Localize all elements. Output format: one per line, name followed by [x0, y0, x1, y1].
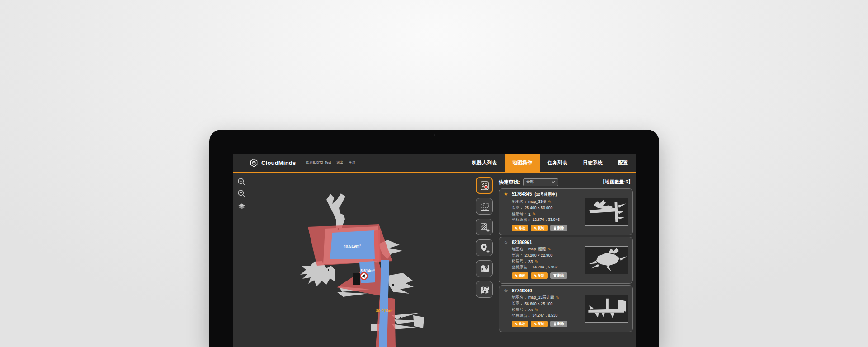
chevron-down-icon — [552, 181, 555, 183]
lidar-map: 40.519m² 8.614m² 80.215m² — [233, 174, 498, 347]
map-marker-icon — [479, 263, 490, 274]
map-name-value: map_33楼 — [528, 199, 546, 205]
quick-find-bar: 快速查找: 全部 【地图数量:3】 — [499, 178, 633, 187]
cloudminds-logo-icon — [250, 159, 258, 167]
map-blob — [392, 324, 416, 329]
fullscreen-link[interactable]: 全屏 — [349, 160, 355, 165]
map-zoom-controls — [237, 177, 246, 211]
field-label: 地图名： — [512, 295, 527, 300]
floor-value: 33 — [528, 259, 533, 264]
floor-value: 33 — [528, 308, 533, 312]
map-id: 87749840 — [512, 288, 532, 293]
tool-area-measure[interactable] — [476, 198, 493, 215]
copy-button[interactable]: ✎复制 — [531, 225, 547, 231]
tool-point-add[interactable] — [476, 239, 493, 256]
nav-tab-config[interactable]: 配置 — [610, 154, 636, 172]
field-label: 楼层号： — [512, 211, 527, 217]
app-screen: CloudMinds 欢迎BJDT2_Test 退出 全屏 机器人列表 地图操作… — [233, 154, 636, 347]
nav-tab-robot-list[interactable]: 机器人列表 — [464, 154, 505, 172]
point-list-icon — [479, 180, 490, 191]
map-thumbnail[interactable] — [585, 246, 628, 274]
trash-icon — [553, 322, 557, 326]
edit-icon: ✎ — [534, 322, 537, 326]
favorite-star-icon[interactable]: ☆ — [503, 240, 509, 245]
layers-icon[interactable] — [237, 202, 246, 211]
logout-link[interactable]: 退出 — [336, 160, 343, 165]
map-canvas-area[interactable]: 40.519m² 8.614m² 80.215m² — [233, 174, 498, 347]
point-add-icon — [479, 243, 490, 253]
edit-icon: ✎ — [515, 274, 518, 278]
field-label: 地图名： — [512, 199, 527, 205]
edit-icon[interactable]: ✎ — [534, 259, 538, 264]
copy-button[interactable]: ✎复制 — [531, 321, 547, 327]
map-size-value: 23.200 × 22.900 — [525, 253, 553, 258]
edit-icon[interactable]: ✎ — [548, 200, 552, 204]
top-navbar: CloudMinds 欢迎BJDT2_Test 退出 全屏 机器人列表 地图操作… — [233, 154, 636, 173]
nav-tab-map-operations[interactable]: 地图操作 — [505, 154, 540, 172]
field-label: 坐标原点： — [512, 217, 531, 223]
copy-button[interactable]: ✎复制 — [531, 272, 547, 279]
map-name-value: map_腿腿 — [528, 247, 546, 252]
map-count-badge: 【地图数量:3】 — [600, 179, 633, 185]
delete-button[interactable]: 删除 — [550, 321, 567, 327]
tool-virtual-wall-add[interactable] — [476, 219, 493, 235]
tool-point-list[interactable] — [476, 177, 493, 194]
dropdown-selected-value: 全部 — [526, 179, 552, 185]
map-in-use-note: (12号使用中) — [535, 192, 557, 197]
origin-value: 34.247，8.533 — [533, 313, 558, 319]
map-card[interactable]: ☆ 82186961 地图名： map_腿腿 ✎ 长宽： 23.200 × 22… — [499, 237, 633, 284]
trash-icon — [553, 226, 557, 230]
main-nav: 机器人列表 地图操作 任务列表 日志系统 配置 — [464, 154, 636, 172]
map-thumbnail[interactable] — [585, 198, 628, 226]
map-filter-dropdown[interactable]: 全部 — [523, 178, 558, 186]
robot-marker[interactable] — [361, 273, 368, 280]
origin-value: 12.874，33.946 — [533, 217, 560, 223]
modify-button[interactable]: ✎修改 — [512, 225, 528, 231]
map-blob — [413, 315, 424, 328]
trash-icon — [553, 274, 557, 277]
map-toolbar — [476, 177, 493, 298]
zoom-in-icon[interactable] — [237, 177, 246, 187]
field-label: 坐标原点： — [512, 265, 531, 270]
map-size-value: 25.400 × 50.000 — [525, 206, 553, 210]
map-blob — [337, 292, 368, 297]
map-thumbnail[interactable] — [585, 295, 628, 323]
tool-map-upload[interactable] — [476, 281, 493, 298]
brand: CloudMinds — [233, 159, 296, 167]
modify-button[interactable]: ✎修改 — [512, 272, 528, 279]
edit-icon[interactable]: ✎ — [534, 308, 538, 312]
edit-icon[interactable]: ✎ — [547, 247, 551, 252]
field-label: 长宽： — [512, 301, 524, 306]
webcam-dot — [434, 134, 435, 136]
delete-button[interactable]: 删除 — [550, 225, 567, 231]
modify-button[interactable]: ✎修改 — [512, 321, 528, 327]
map-size-value: 56.600 × 25.100 — [525, 301, 553, 306]
edit-icon: ✎ — [534, 274, 537, 278]
zoom-out-icon[interactable] — [237, 189, 246, 198]
map-id: 51764845 — [512, 192, 532, 197]
area-label-2: 8.614m² — [360, 268, 375, 273]
nav-tab-task-list[interactable]: 任务列表 — [540, 154, 575, 172]
edit-icon[interactable]: ✎ — [556, 295, 559, 300]
floor-value: 1 — [528, 212, 531, 216]
map-blob — [388, 273, 414, 294]
welcome-text: 欢迎BJDT2_Test — [306, 160, 331, 165]
field-label: 楼层号： — [512, 307, 527, 313]
tool-map-marker[interactable] — [476, 260, 493, 277]
field-label: 坐标原点： — [512, 313, 531, 319]
origin-value: 14.204，5.952 — [533, 265, 558, 270]
virtual-wall-add-icon — [479, 222, 490, 233]
favorite-star-icon[interactable]: ★ — [503, 192, 509, 197]
map-card[interactable]: ☆ 87749840 地图名： map_33层走廊 ✎ 长宽： 56.600 ×… — [499, 285, 633, 332]
edit-icon: ✎ — [534, 226, 537, 230]
edit-icon[interactable]: ✎ — [533, 212, 536, 216]
area-label-3: 80.215m² — [376, 309, 393, 313]
laptop-mockup: CloudMinds 欢迎BJDT2_Test 退出 全屏 机器人列表 地图操作… — [209, 130, 659, 347]
favorite-star-icon[interactable]: ☆ — [503, 288, 509, 293]
nav-tab-log-system[interactable]: 日志系统 — [575, 154, 610, 172]
map-upload-icon — [479, 284, 490, 295]
map-card[interactable]: ★ 51764845 (12号使用中) 地图名： map_33楼 ✎ 长宽： 2… — [499, 188, 633, 235]
map-name-value: map_33层走廊 — [528, 295, 554, 300]
edit-icon: ✎ — [515, 226, 518, 230]
delete-button[interactable]: 删除 — [550, 272, 567, 279]
